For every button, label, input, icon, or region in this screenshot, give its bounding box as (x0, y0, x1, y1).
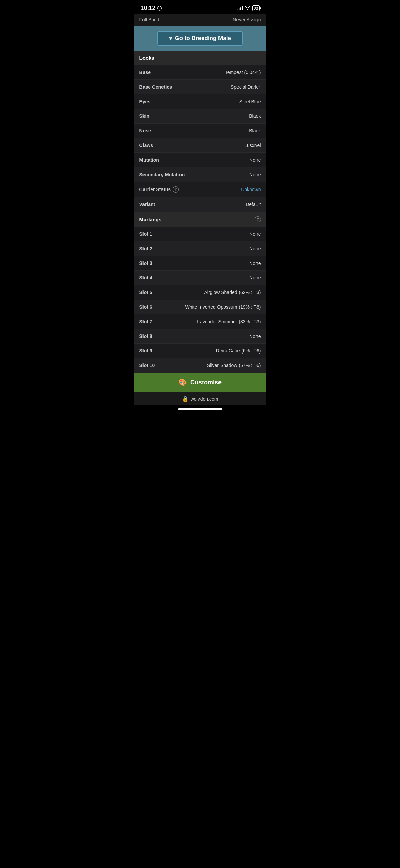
row-label: Slot 5 (139, 290, 152, 295)
markings-rows: Slot 1NoneSlot 2NoneSlot 3NoneSlot 4None… (134, 227, 266, 373)
row-value: None (159, 157, 261, 163)
row-value: None (152, 275, 261, 281)
row-label: Slot 7 (139, 319, 152, 324)
table-row: ClawsLusxnei (134, 138, 266, 153)
markings-help-icon[interactable]: ? (255, 216, 261, 222)
looks-section: Looks BaseTempest (0.04%)Base GeneticsSp… (134, 51, 266, 212)
row-label: Base (139, 70, 151, 75)
row-label: Slot 4 (139, 275, 152, 281)
looks-rows: BaseTempest (0.04%)Base GeneticsSpecial … (134, 65, 266, 212)
row-value: Deira Cape (6% : T6) (152, 348, 261, 354)
row-label: Base Genetics (139, 84, 172, 90)
row-value: None (185, 172, 261, 177)
signal-icon (237, 6, 243, 10)
row-value: Default (155, 202, 261, 207)
table-row: SkinBlack (134, 109, 266, 124)
row-value: Tempest (0.04%) (151, 70, 261, 75)
row-label: Slot 10 (139, 363, 155, 368)
row-value: None (152, 333, 261, 339)
home-bar (178, 408, 222, 410)
row-value: Black (151, 128, 261, 133)
row-label: Claws (139, 143, 153, 148)
row-value: Lusxnei (153, 143, 261, 148)
markings-section-header: Markings ? (134, 212, 266, 227)
breeding-button-label: Go to Breeding Male (175, 35, 231, 42)
row-value: White Inverted Opossum (19% : T8) (152, 304, 261, 310)
row-label: Slot 3 (139, 260, 152, 266)
table-row: Slot 6White Inverted Opossum (19% : T8) (134, 300, 266, 314)
row-label: Slot 2 (139, 246, 152, 251)
header-title: Full Bond (139, 17, 159, 22)
table-row: MutationNone (134, 153, 266, 167)
header-bar: Full Bond Never Assign (134, 14, 266, 26)
table-row: EyesSteel Blue (134, 94, 266, 109)
table-row: Slot 5Airglow Shaded (62% : T3) (134, 285, 266, 300)
row-value: Steel Blue (150, 99, 261, 104)
header-action: Never Assign (233, 17, 261, 22)
table-row: Base GeneticsSpecial Dark * (134, 80, 266, 94)
status-time-group: 10:12 (141, 5, 162, 12)
row-value: None (152, 231, 261, 237)
row-value: None (152, 260, 261, 266)
heart-icon: ♥ (169, 35, 172, 41)
customise-button[interactable]: 🎨 Customise (134, 373, 266, 392)
table-row: Slot 3None (134, 256, 266, 271)
row-label: Skin (139, 113, 150, 119)
palette-icon: 🎨 (178, 378, 187, 386)
markings-title: Markings (139, 217, 162, 222)
home-indicator (134, 405, 266, 417)
row-label: Slot 9 (139, 348, 152, 354)
markings-section: Markings ? Slot 1NoneSlot 2NoneSlot 3Non… (134, 212, 266, 373)
row-value: Silver Shadow (57% : T6) (155, 363, 261, 368)
row-label: Slot 6 (139, 304, 152, 310)
row-value: Special Dark * (172, 84, 261, 90)
status-icons: 98 (237, 5, 259, 11)
table-row: BaseTempest (0.04%) (134, 65, 266, 80)
table-row: Slot 1None (134, 227, 266, 241)
wifi-icon (245, 6, 250, 11)
lock-icon: 🔒 (182, 396, 189, 402)
breeding-bar: ♥ Go to Breeding Male (134, 26, 266, 51)
table-row: Slot 9Deira Cape (6% : T6) (134, 344, 266, 358)
row-label: Slot 8 (139, 333, 152, 339)
person-icon (157, 6, 162, 11)
row-value: None (152, 246, 261, 251)
row-value: Lavender Shimmer (33% : T3) (152, 319, 261, 324)
row-label: Carrier Status? (139, 186, 179, 193)
table-row: Slot 10Silver Shadow (57% : T6) (134, 358, 266, 373)
row-label: Slot 1 (139, 231, 152, 237)
row-value: Black (149, 113, 261, 119)
looks-title: Looks (139, 55, 154, 61)
table-row: Slot 8None (134, 329, 266, 344)
table-row: VariantDefault (134, 197, 266, 212)
table-row: Slot 4None (134, 271, 266, 285)
table-row: Slot 7Lavender Shimmer (33% : T3) (134, 314, 266, 329)
table-row: Secondary MutationNone (134, 167, 266, 182)
table-row: Carrier Status?Unknown (134, 182, 266, 197)
row-value: Airglow Shaded (62% : T3) (152, 290, 261, 295)
row-label: Secondary Mutation (139, 172, 185, 177)
go-to-breeding-male-button[interactable]: ♥ Go to Breeding Male (157, 31, 243, 46)
table-row: NoseBlack (134, 124, 266, 138)
row-label: Variant (139, 202, 155, 207)
row-label: Mutation (139, 157, 159, 163)
table-row: Slot 2None (134, 241, 266, 256)
customise-label: Customise (190, 379, 222, 386)
carrier-help-icon[interactable]: ? (173, 186, 179, 193)
browser-url: wolvden.com (191, 396, 218, 402)
row-label: Nose (139, 128, 151, 133)
row-label: Eyes (139, 99, 151, 104)
battery-icon: 98 (252, 5, 259, 11)
status-bar: 10:12 98 (134, 0, 266, 14)
looks-section-header: Looks (134, 51, 266, 65)
row-value[interactable]: Unknown (179, 187, 261, 192)
clock-time: 10:12 (141, 5, 155, 12)
browser-bar: 🔒 wolvden.com (134, 392, 266, 405)
